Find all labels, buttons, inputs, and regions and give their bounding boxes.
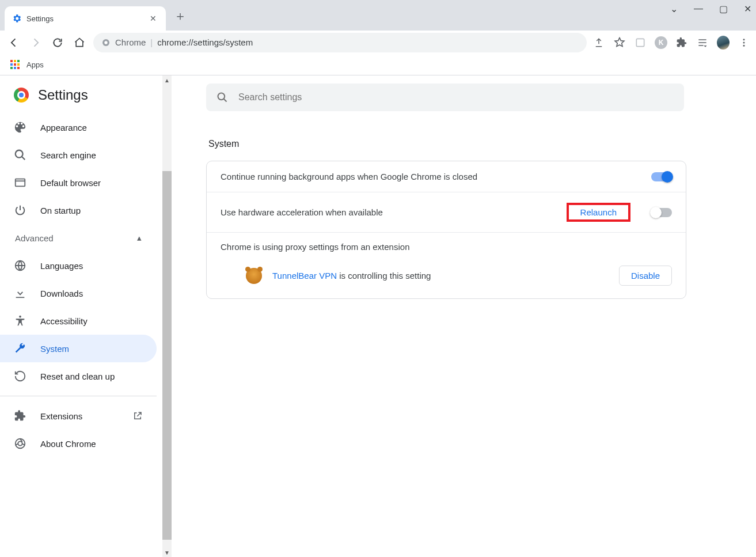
section-title: System	[208, 139, 721, 149]
proxy-extension-link[interactable]: TunnelBear VPN	[272, 271, 337, 281]
address-bar[interactable]: Chrome | chrome://settings/system	[93, 33, 587, 52]
relaunch-highlight-box: Relaunch	[567, 203, 630, 222]
scroll-down-arrow-icon[interactable]: ▼	[162, 548, 172, 557]
k-badge-icon[interactable]: K	[655, 36, 667, 49]
sidebar-item-about[interactable]: About Chrome	[0, 430, 157, 457]
sidebar-label: Reset and clean up	[40, 372, 115, 381]
sidebar-item-search-engine[interactable]: Search engine	[0, 141, 157, 169]
browser-toolbar: Chrome | chrome://settings/system K	[0, 31, 756, 55]
search-settings-input[interactable]	[238, 92, 674, 103]
row-label: Use hardware acceleration when available	[221, 207, 557, 217]
settings-sidebar: Settings Appearance Search engine Defaul…	[0, 75, 172, 557]
search-icon	[14, 149, 26, 161]
omnibox-url: chrome://settings/system	[157, 37, 253, 47]
sidebar-label: Extensions	[40, 411, 82, 421]
sidebar-label: Appearance	[40, 123, 87, 132]
row-proxy-settings: Chrome is using proxy settings from an e…	[207, 233, 686, 298]
row-hardware-acceleration: Use hardware acceleration when available…	[207, 192, 686, 233]
chevron-down-icon[interactable]: ⌄	[670, 3, 678, 14]
wrench-icon	[14, 342, 26, 355]
sidebar-item-languages[interactable]: Languages	[0, 252, 157, 279]
sidebar-item-default-browser[interactable]: Default browser	[0, 169, 157, 196]
svg-point-4	[743, 41, 745, 43]
advanced-label: Advanced	[15, 233, 54, 243]
sidebar-label: Languages	[40, 261, 83, 271]
sidebar-label: Default browser	[40, 178, 101, 188]
svg-point-12	[218, 93, 225, 100]
download-icon	[14, 287, 26, 300]
scrollbar-thumb[interactable]	[162, 171, 172, 540]
forward-button[interactable]	[28, 37, 44, 48]
bookmarks-bar: Apps	[0, 55, 756, 75]
proxy-suffix-label: is controlling this setting	[337, 271, 431, 281]
svg-point-3	[743, 39, 745, 40]
omnibox-separator: |	[150, 37, 153, 47]
profile-avatar[interactable]	[717, 36, 730, 50]
chrome-outline-icon	[14, 437, 26, 450]
back-button[interactable]	[6, 37, 22, 48]
browser-window-icon	[14, 176, 26, 189]
tab-strip: Settings ✕ ＋ ⌄ — ▢ ✕	[0, 0, 756, 31]
sidebar-label: About Chrome	[40, 439, 96, 449]
search-icon	[216, 92, 228, 103]
home-button[interactable]	[71, 37, 88, 48]
reload-button[interactable]	[50, 37, 66, 48]
pocket-icon[interactable]	[634, 37, 647, 48]
chrome-menu-icon[interactable]	[738, 37, 750, 48]
sidebar-advanced-heading[interactable]: Advanced ▴	[0, 224, 157, 252]
close-window-icon[interactable]: ✕	[744, 3, 751, 14]
sidebar-item-appearance[interactable]: Appearance	[0, 113, 157, 141]
disable-extension-button[interactable]: Disable	[619, 266, 672, 286]
sidebar-scrollbar[interactable]: ▲ ▼	[162, 75, 172, 557]
sidebar-label: Search engine	[40, 150, 96, 160]
tunnelbear-icon	[246, 268, 262, 284]
sidebar-item-extensions[interactable]: Extensions	[0, 402, 157, 430]
tab-title: Settings	[26, 14, 143, 23]
settings-header-title: Settings	[38, 87, 88, 103]
apps-grid-icon[interactable]	[10, 60, 21, 70]
window-controls: ⌄ — ▢ ✕	[670, 3, 751, 14]
svg-point-5	[743, 44, 745, 46]
sidebar-item-downloads[interactable]: Downloads	[0, 279, 157, 307]
power-icon	[14, 204, 26, 217]
svg-point-9	[19, 316, 21, 318]
svg-point-6	[16, 150, 23, 158]
settings-content: System Continue running background apps …	[172, 75, 756, 557]
restore-icon	[14, 370, 26, 382]
globe-icon	[14, 259, 26, 272]
maximize-icon[interactable]: ▢	[719, 3, 728, 14]
reading-list-icon[interactable]	[696, 37, 709, 48]
sidebar-label: Downloads	[40, 289, 83, 298]
chrome-logo-icon	[14, 88, 29, 103]
minimize-icon[interactable]: —	[694, 3, 703, 14]
external-link-icon	[132, 411, 143, 421]
bookmark-star-icon[interactable]	[613, 37, 626, 48]
omnibox-prefix: Chrome	[115, 37, 146, 47]
row-label: Continue running background apps when Go…	[221, 172, 642, 181]
sidebar-item-on-startup[interactable]: On startup	[0, 196, 157, 224]
tab-close-icon[interactable]: ✕	[147, 14, 159, 23]
proxy-title-label: Chrome is using proxy settings from an e…	[221, 242, 672, 252]
apps-bookmark-label[interactable]: Apps	[26, 60, 44, 69]
settings-gear-icon	[12, 13, 22, 24]
scroll-up-arrow-icon[interactable]: ▲	[162, 75, 172, 85]
sidebar-item-accessibility[interactable]: Accessibility	[0, 307, 157, 335]
share-icon[interactable]	[592, 37, 605, 48]
sidebar-label: On startup	[40, 206, 81, 215]
extensions-puzzle-icon[interactable]	[675, 37, 688, 48]
svg-rect-7	[16, 179, 25, 187]
search-settings-field[interactable]	[206, 84, 684, 111]
relaunch-button[interactable]: Relaunch	[575, 204, 622, 221]
proxy-extension-text: TunnelBear VPN is controlling this setti…	[272, 271, 609, 281]
browser-tab[interactable]: Settings ✕	[5, 6, 166, 31]
chrome-page-icon	[101, 38, 111, 47]
new-tab-button[interactable]: ＋	[174, 7, 187, 25]
sidebar-label: Accessibility	[40, 316, 88, 326]
system-settings-card: Continue running background apps when Go…	[206, 161, 686, 299]
svg-point-10	[16, 439, 25, 449]
sidebar-item-system[interactable]: System	[0, 335, 157, 362]
sidebar-item-reset[interactable]: Reset and clean up	[0, 362, 157, 390]
svg-rect-2	[636, 39, 644, 46]
toggle-background-apps[interactable]	[651, 172, 672, 181]
toggle-hardware-acceleration[interactable]	[651, 208, 672, 217]
